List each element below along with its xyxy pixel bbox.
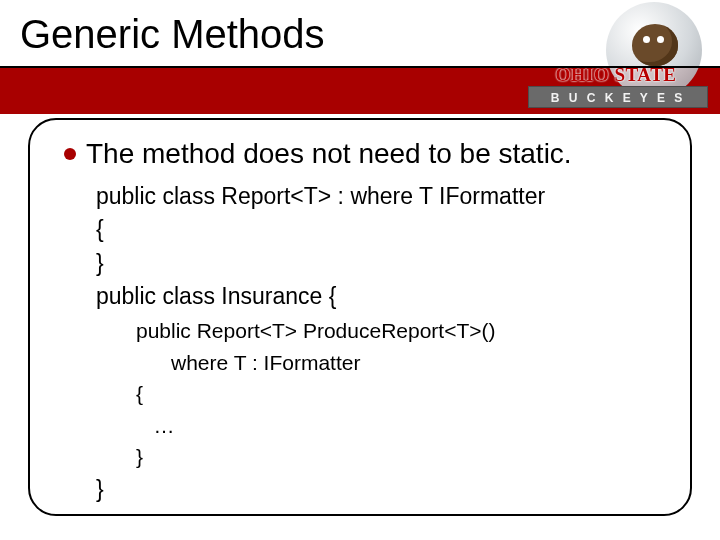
slide: Generic Methods OHIO STATE B U C K E Y E… bbox=[0, 0, 720, 540]
code-line: { bbox=[136, 382, 143, 405]
code-block-outer: public class Report<T> : where T IFormat… bbox=[96, 180, 668, 313]
code-line: public class Report<T> : where T IFormat… bbox=[96, 183, 545, 209]
code-line: … bbox=[136, 414, 175, 437]
brutus-head-icon bbox=[632, 24, 678, 66]
bullet-text: The method does not need to be static. bbox=[86, 138, 572, 169]
code-line: public Report<T> ProduceReport<T>() bbox=[136, 319, 496, 342]
bullet-item: The method does not need to be static. bbox=[64, 138, 668, 170]
code-block-outer-close: } bbox=[96, 473, 668, 506]
logo-buckeyes-plate: B U C K E Y E S bbox=[528, 86, 708, 108]
code-line: { bbox=[96, 216, 104, 242]
bullet-dot-icon bbox=[64, 148, 76, 160]
brutus-eye-icon bbox=[657, 36, 664, 43]
code-line: where T : IFormatter bbox=[136, 351, 360, 374]
content-card: The method does not need to be static. p… bbox=[28, 118, 692, 516]
title-underline bbox=[0, 66, 720, 68]
code-line: } bbox=[136, 445, 143, 468]
code-line: } bbox=[96, 250, 104, 276]
slide-title: Generic Methods bbox=[20, 12, 325, 57]
ohio-state-logo: OHIO STATE B U C K E Y E S bbox=[528, 2, 708, 122]
brutus-eye-icon bbox=[643, 36, 650, 43]
code-line: public class Insurance { bbox=[96, 283, 336, 309]
code-line: } bbox=[96, 476, 104, 502]
code-block-inner: public Report<T> ProduceReport<T>() wher… bbox=[136, 315, 668, 473]
